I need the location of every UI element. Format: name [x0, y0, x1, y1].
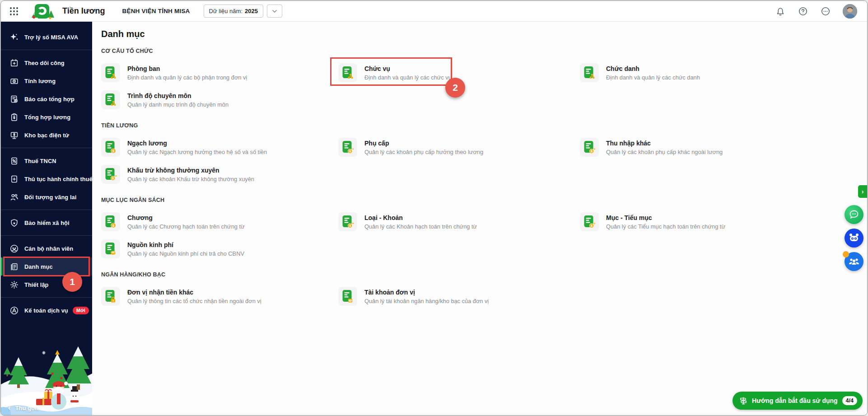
sidebar-item-label: Thủ tục hành chính thuế: [24, 176, 93, 182]
catalog-card[interactable]: $ Khấu trừ không thường xuyên Quản lý cá…: [101, 162, 338, 187]
catalog-card[interactable]: $ + Thu nhập khác Quản lý các khoản phụ …: [580, 135, 858, 160]
year-selector[interactable]: Dữ liệu năm: 2025: [204, 5, 263, 18]
doc-dollar-minus-icon: $: [101, 165, 120, 184]
app-window: Tiền lương BỆNH VIỆN TỈNH MISA Dữ liệu n…: [0, 0, 868, 416]
sidebar-item-12[interactable]: Danh mục1: [1, 257, 92, 276]
doc-lock-icon: [101, 287, 120, 306]
card-title: Phòng ban: [127, 65, 247, 72]
bell-icon[interactable]: [775, 6, 786, 17]
page-title: Danh mục: [101, 29, 858, 41]
chevron-left-icon: ‹: [8, 403, 11, 412]
card-desc: Quản lý các khoản phụ cấp hưởng theo lươ…: [364, 149, 483, 155]
card-title: Chức vụ: [364, 65, 452, 72]
clipboard-icon: [10, 113, 19, 122]
catalog-card[interactable]: Chức vụ Định danh và quản lý các chức vụ…: [338, 60, 580, 85]
card-title: Phụ cấp: [364, 140, 483, 147]
catalog-sections: CƠ CẤU TỔ CHỨC Phòng ban Định danh và qu…: [101, 48, 858, 311]
assistant-bot-button[interactable]: [845, 229, 863, 248]
catalog-card[interactable]: $ + Mục - Tiểu mục Quản lý các Tiểu mục …: [580, 209, 858, 234]
card-title: Thu nhập khác: [606, 140, 723, 147]
sidebar-collapse-button[interactable]: ‹ Thu gọn: [1, 401, 92, 415]
sidebar-divider: [1, 210, 92, 210]
app-grid-icon[interactable]: [8, 5, 20, 17]
catalog-card[interactable]: Chức danh Định danh và quản lý các chức …: [580, 60, 858, 85]
section-header: NGÂN HÀNG/KHO BẠC: [101, 271, 858, 278]
catalog-card[interactable]: $ Loại - Khoản Quản lý các Khoản hạch to…: [338, 209, 580, 234]
sidebar-item-5[interactable]: Tổng hợp lương: [1, 108, 92, 126]
card-desc: Quản lý thông tin các tổ chức nhận tiền …: [127, 298, 261, 304]
doc-org-icon: [338, 63, 357, 82]
card-desc: Quản lý các Tiểu mục hạch toán trên chứn…: [606, 223, 725, 230]
card-grid: Phòng ban Định danh và quản lý các bộ ph…: [101, 60, 858, 114]
sidebar-item-label: Bảo hiểm xã hội: [24, 220, 70, 226]
sidebar-item-3[interactable]: Tính lương: [1, 72, 92, 90]
year-chevron-button[interactable]: [267, 5, 282, 18]
doc-org-icon: [101, 90, 120, 109]
sidebar-item-7[interactable]: Thuế TNCN: [1, 152, 92, 170]
sidebar-item-label: Theo dõi công: [24, 60, 65, 66]
catalog-card[interactable]: Phòng ban Định danh và quản lý các bộ ph…: [101, 60, 338, 85]
card-desc: Quản lý các Khoản hạch toán trên chứng t…: [364, 223, 477, 230]
sidebar-item-14[interactable]: Kế toán dịch vụMới: [1, 301, 92, 319]
compass-icon: [10, 306, 19, 315]
sidebar-item-11[interactable]: Cán bộ nhân viên: [1, 239, 92, 257]
sidebar-item-label: Thiết lập: [24, 281, 49, 288]
chevron-down-icon: [271, 8, 278, 14]
catalog-card[interactable]: Tài khoản đơn vị Quản lý tài khoản ngân …: [338, 284, 580, 309]
doc-plus-icon: [10, 175, 19, 183]
org-name: BỆNH VIỆN TỈNH MISA: [122, 8, 190, 14]
chat-widget-button[interactable]: [845, 205, 863, 224]
catalog-card[interactable]: Nguồn kinh phí Quản lý các Nguồn kinh ph…: [101, 236, 338, 262]
annotation-step-badge-1: 1: [62, 272, 82, 292]
sidebar-item-6[interactable]: Kho bạc điện tử: [1, 126, 92, 144]
sidebar-divider: [1, 148, 92, 148]
sidebar-item-4[interactable]: Báo cáo tổng hợp: [1, 90, 92, 108]
card-desc: Quản lý các khoản phụ cấp khác ngoài lươ…: [606, 149, 723, 155]
sidebar-item-9[interactable]: Đối tượng vãng lai: [1, 188, 92, 206]
doc-dollar-icon: $: [101, 212, 120, 231]
app-title: Tiền lương: [62, 6, 105, 16]
sidebar-item-10[interactable]: Bảo hiểm xã hội: [1, 214, 92, 232]
catalog-card[interactable]: $ Chương Quản lý các Chương hạch toán tr…: [101, 209, 338, 234]
svg-text:$: $: [112, 149, 114, 153]
card-desc: Định danh và quản lý các chức danh: [606, 74, 700, 81]
sidebar-nav: Trợ lý số MISA AVA Theo dõi công Tính lư…: [1, 22, 92, 319]
catalog-card[interactable]: $ Ngạch lương Quản lý các Ngạch lương hư…: [101, 135, 338, 160]
annotation-step-badge-2: 2: [445, 78, 465, 98]
year-value: 2025: [245, 8, 258, 14]
community-icon: [848, 256, 860, 267]
card-desc: Quản lý các Chương hạch toán trên chứng …: [127, 223, 245, 230]
svg-text:$: $: [590, 150, 593, 153]
catalog-card[interactable]: Trình độ chuyên môn Quản lý danh mục trì…: [101, 87, 338, 112]
sidebar-item-2[interactable]: Theo dõi công: [1, 54, 92, 72]
new-badge: Mới: [73, 307, 89, 314]
shield-heart-icon: [10, 219, 19, 227]
card-title: Nguồn kinh phí: [127, 241, 244, 248]
card-title: Trình độ chuyên môn: [127, 92, 229, 99]
card-title: Đơn vị nhận tiền khác: [127, 289, 261, 296]
doc-dollar-plus-icon: $ +: [580, 138, 599, 157]
treasury-icon: [10, 131, 19, 140]
card-desc: Định danh và quản lý các bộ phận trong đ…: [127, 74, 247, 81]
sidebar-item-label: Tổng hợp lương: [24, 114, 70, 121]
card-title: Mục - Tiểu mục: [606, 214, 725, 221]
catalog-card[interactable]: Đơn vị nhận tiền khác Quản lý thông tin …: [101, 284, 338, 309]
section-header: CƠ CẤU TỔ CHỨC: [101, 48, 858, 55]
svg-text:$: $: [112, 177, 114, 180]
card-grid: $ Chương Quản lý các Chương hạch toán tr…: [101, 209, 858, 263]
avatar[interactable]: [843, 4, 857, 19]
card-desc: Quản lý danh mục trình độ chuyên môn: [127, 101, 229, 108]
help-icon[interactable]: [798, 6, 808, 17]
card-title: Ngạch lương: [127, 140, 267, 147]
svg-text:+: +: [351, 147, 354, 151]
card-title: Chương: [127, 214, 245, 221]
topbar: Tiền lương BỆNH VIỆN TỈNH MISA Dữ liệu n…: [1, 1, 867, 22]
panel-expand-tab[interactable]: ›: [858, 185, 867, 198]
card-title: Tài khoản đơn vị: [364, 289, 489, 296]
more-icon[interactable]: [820, 6, 831, 17]
getting-started-guide-button[interactable]: Hướng dẫn bắt đầu sử dụng 4/4: [733, 392, 863, 410]
sidebar-item-label: Kế toán dịch vụ: [24, 307, 68, 314]
sidebar-item-1[interactable]: Trợ lý số MISA AVA: [1, 28, 92, 46]
sidebar-item-8[interactable]: Thủ tục hành chính thuế: [1, 170, 92, 188]
catalog-card[interactable]: $ + Phụ cấp Quản lý các khoản phụ cấp hư…: [338, 135, 580, 160]
